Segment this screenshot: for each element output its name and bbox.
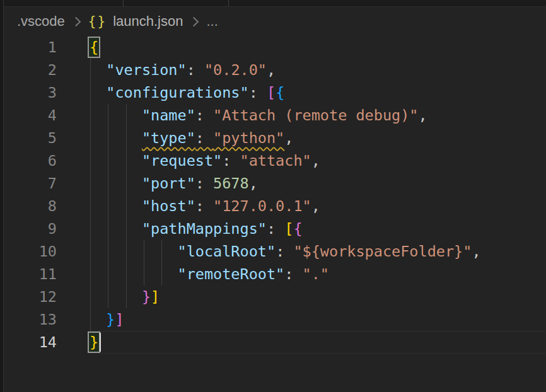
code-line-row[interactable]: 13 }] <box>4 308 546 331</box>
code-line-row[interactable]: 4 "name": "Attach (remote debug)", <box>4 104 546 127</box>
syntax-token: , <box>284 129 293 147</box>
syntax-token <box>88 265 177 283</box>
syntax-token: "name" <box>142 107 195 124</box>
breadcrumb-item-folder[interactable]: .vscode <box>17 13 65 30</box>
code-editor[interactable]: 1{2 "version": "0.2.0",3 "configurations… <box>4 36 546 354</box>
bracket-match-highlight: } <box>88 331 100 353</box>
warning-squiggle: "type": "python" <box>142 129 284 147</box>
syntax-token: "0.2.0" <box>204 61 267 79</box>
syntax-token: ] <box>115 311 124 328</box>
syntax-token: { <box>276 84 284 101</box>
line-number[interactable]: 2 <box>4 59 57 81</box>
line-number[interactable]: 9 <box>4 217 57 240</box>
line-number[interactable]: 10 <box>4 240 57 263</box>
syntax-token: "localRoot" <box>177 243 276 260</box>
breadcrumb-item-file[interactable]: launch.json <box>113 13 183 30</box>
code-line[interactable]: "version": "0.2.0", <box>88 59 546 81</box>
breadcrumb-item-symbol[interactable]: ... <box>206 13 218 30</box>
syntax-token: : <box>187 61 204 79</box>
code-line[interactable]: } <box>88 331 546 354</box>
line-number[interactable]: 14 <box>4 331 57 354</box>
line-number[interactable]: 6 <box>4 149 57 172</box>
syntax-token: : <box>276 243 293 260</box>
code-line[interactable]: "configurations": [{ <box>88 81 546 104</box>
code-line[interactable]: }] <box>88 285 546 308</box>
tab-separator <box>228 0 229 6</box>
code-line[interactable]: "request": "attach", <box>88 149 546 172</box>
syntax-token: : <box>284 265 302 283</box>
code-line-row[interactable]: 9 "pathMappings": [{ <box>4 217 546 240</box>
syntax-token: 5678 <box>213 175 249 192</box>
syntax-token <box>88 311 106 328</box>
code-line[interactable]: "localRoot": "${workspaceFolder}", <box>88 240 546 263</box>
syntax-token <box>88 197 142 215</box>
syntax-token <box>88 107 142 124</box>
code-line[interactable]: "name": "Attach (remote debug)", <box>88 104 546 127</box>
syntax-token: "port" <box>142 175 195 192</box>
syntax-token: "request" <box>142 152 222 170</box>
code-line-row[interactable]: 8 "host": "127.0.0.1", <box>4 195 546 217</box>
code-line[interactable]: "port": 5678, <box>88 172 546 195</box>
syntax-token: : <box>195 129 213 147</box>
syntax-token <box>88 84 106 101</box>
code-line[interactable]: { <box>88 36 546 59</box>
syntax-token: [ <box>284 220 293 238</box>
syntax-token: "remoteRoot" <box>177 265 284 283</box>
line-number[interactable]: 12 <box>4 285 57 308</box>
panel-edge <box>0 0 4 392</box>
syntax-token: : <box>195 197 213 215</box>
syntax-token: "python" <box>213 129 284 147</box>
line-number[interactable]: 11 <box>4 263 57 285</box>
code-line[interactable]: "host": "127.0.0.1", <box>88 195 546 217</box>
line-number[interactable]: 1 <box>4 36 57 59</box>
line-number[interactable]: 13 <box>4 308 57 331</box>
line-number[interactable]: 8 <box>4 195 57 217</box>
code-line[interactable]: "pathMappings": [{ <box>88 217 546 240</box>
chevron-right-icon <box>189 16 199 26</box>
code-line-row[interactable]: 11 "remoteRoot": "." <box>4 263 546 285</box>
syntax-token: "Attach (remote debug)" <box>213 107 418 124</box>
line-number[interactable]: 3 <box>4 81 57 104</box>
syntax-token <box>88 129 142 147</box>
breadcrumb: .vscode {} launch.json ... <box>4 7 546 36</box>
code-line[interactable]: "remoteRoot": "." <box>88 263 546 285</box>
code-line[interactable]: "type": "python", <box>88 127 546 149</box>
code-line-row[interactable]: 3 "configurations": [{ <box>4 81 546 104</box>
code-line-row[interactable]: 7 "port": 5678, <box>4 172 546 195</box>
syntax-token: "." <box>303 265 329 283</box>
syntax-token: ] <box>151 288 160 306</box>
syntax-token: "pathMappings" <box>142 220 267 238</box>
syntax-token: [ <box>267 84 276 101</box>
syntax-token: : <box>249 84 267 101</box>
editor-group: .vscode {} launch.json ... 1{2 "version"… <box>4 0 546 392</box>
syntax-token: , <box>249 175 258 192</box>
syntax-token: "version" <box>106 61 186 79</box>
syntax-token <box>88 61 106 79</box>
code-line-row[interactable]: 2 "version": "0.2.0", <box>4 59 546 81</box>
syntax-token: , <box>311 152 320 170</box>
code-line-row[interactable]: 1{ <box>4 36 546 59</box>
code-line-row[interactable]: 6 "request": "attach", <box>4 149 546 172</box>
syntax-token <box>88 152 142 170</box>
code-line-row[interactable]: 12 }] <box>4 285 546 308</box>
syntax-token: : <box>222 152 240 170</box>
line-number[interactable]: 5 <box>4 127 57 149</box>
syntax-token: : <box>195 175 213 192</box>
line-number[interactable]: 7 <box>4 172 57 195</box>
bracket-match-highlight: { <box>88 37 100 58</box>
syntax-token: : <box>267 220 284 238</box>
code-line-row[interactable]: 10 "localRoot": "${workspaceFolder}", <box>4 240 546 263</box>
syntax-token: "configurations" <box>106 84 248 101</box>
syntax-token: : <box>195 107 213 124</box>
code-rows: 1{2 "version": "0.2.0",3 "configurations… <box>4 36 546 354</box>
syntax-token <box>88 220 142 238</box>
code-line-row[interactable]: 14} <box>4 331 546 354</box>
syntax-token: { <box>293 220 302 238</box>
tab-separator <box>123 0 124 6</box>
syntax-token: } <box>142 288 151 306</box>
code-line[interactable]: }] <box>88 308 546 331</box>
syntax-token: , <box>267 61 276 79</box>
syntax-token <box>88 175 142 192</box>
code-line-row[interactable]: 5 "type": "python", <box>4 127 546 149</box>
line-number[interactable]: 4 <box>4 104 57 127</box>
